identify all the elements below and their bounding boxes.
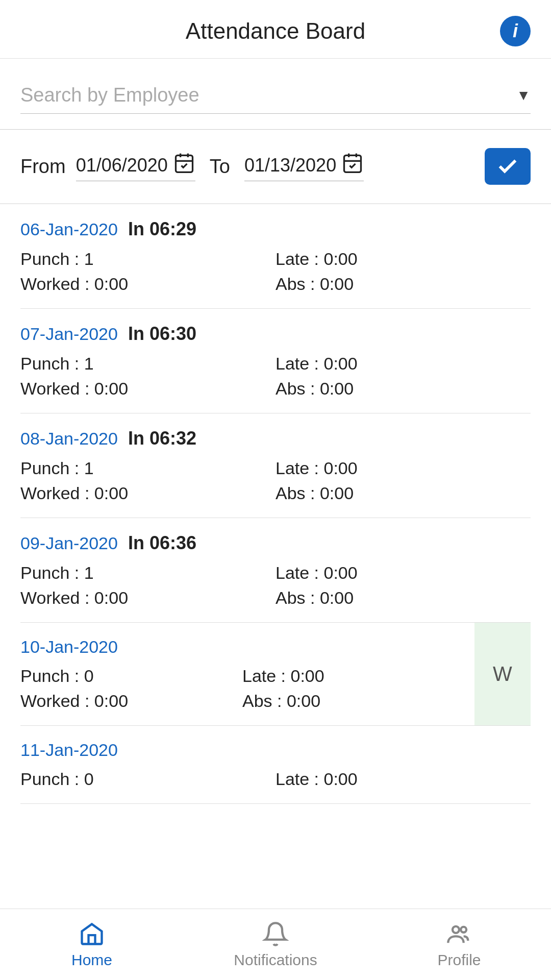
svg-point-9 <box>461 926 466 932</box>
late-value: Late : 0:00 <box>242 666 464 686</box>
record-item: 09-Jan-2020 In 06:36 Punch : 1 Late : 0:… <box>20 518 531 623</box>
profile-icon <box>446 921 472 947</box>
record-item: 06-Jan-2020 In 06:29 Punch : 1 Late : 0:… <box>20 204 531 309</box>
home-icon <box>79 921 105 947</box>
record-time-in: In 06:29 <box>128 218 196 240</box>
profile-nav-label: Profile <box>437 951 481 969</box>
notifications-nav-label: Notifications <box>234 951 317 969</box>
nav-profile[interactable]: Profile <box>367 909 551 980</box>
info-icon: i <box>513 22 518 40</box>
weekend-badge: W <box>474 623 531 725</box>
svg-point-8 <box>453 926 459 933</box>
to-calendar-icon[interactable] <box>341 152 364 179</box>
late-value: Late : 0:00 <box>276 563 531 583</box>
record-time-in: In 06:32 <box>128 428 196 449</box>
record-date: 11-Jan-2020 <box>20 740 118 760</box>
abs-value: Abs : 0:00 <box>276 379 531 399</box>
punch-count: Punch : 0 <box>20 666 242 686</box>
from-date-value: 01/06/2020 <box>76 155 168 176</box>
from-date-input[interactable]: 01/06/2020 <box>76 152 195 181</box>
record-item: 07-Jan-2020 In 06:30 Punch : 1 Late : 0:… <box>20 309 531 413</box>
record-item: 08-Jan-2020 In 06:32 Punch : 1 Late : 0:… <box>20 413 531 518</box>
late-value: Late : 0:00 <box>276 458 531 478</box>
to-date-input[interactable]: 01/13/2020 <box>244 152 364 181</box>
attendance-records-list: 06-Jan-2020 In 06:29 Punch : 1 Late : 0:… <box>0 204 551 804</box>
apply-date-button[interactable] <box>485 148 531 185</box>
record-item: 10-Jan-2020 Punch : 0 Late : 0:00 Worked… <box>20 623 531 726</box>
home-nav-label: Home <box>71 951 112 969</box>
header: Attendance Board i <box>0 0 551 59</box>
abs-value: Abs : 0:00 <box>242 691 464 711</box>
record-date: 08-Jan-2020 <box>20 429 118 449</box>
employee-search-dropdown[interactable]: Search by Employee ▼ <box>20 84 531 114</box>
to-date-value: 01/13/2020 <box>244 155 336 176</box>
to-label: To <box>210 156 230 178</box>
from-label: From <box>20 156 66 178</box>
worked-value: Worked : 0:00 <box>20 274 276 294</box>
record-time-in: In 06:30 <box>128 323 196 345</box>
page-title: Attendance Board <box>186 18 365 44</box>
record-date: 07-Jan-2020 <box>20 324 118 344</box>
punch-count: Punch : 0 <box>20 769 276 789</box>
late-value: Late : 0:00 <box>276 769 531 789</box>
nav-home[interactable]: Home <box>0 909 184 980</box>
punch-count: Punch : 1 <box>20 458 276 478</box>
badge-label: W <box>493 663 512 685</box>
date-range-section: From 01/06/2020 To 01/13/2020 <box>0 130 551 204</box>
search-placeholder: Search by Employee <box>20 84 199 106</box>
late-value: Late : 0:00 <box>276 354 531 374</box>
svg-rect-4 <box>344 155 361 172</box>
abs-value: Abs : 0:00 <box>276 588 531 608</box>
punch-count: Punch : 1 <box>20 354 276 374</box>
late-value: Late : 0:00 <box>276 249 531 269</box>
record-date: 10-Jan-2020 <box>20 637 118 657</box>
record-time-in: In 06:36 <box>128 532 196 554</box>
bell-icon <box>262 921 289 947</box>
punch-count: Punch : 1 <box>20 563 276 583</box>
worked-value: Worked : 0:00 <box>20 483 276 503</box>
record-item: 11-Jan-2020 Punch : 0 Late : 0:00 <box>20 726 531 804</box>
worked-value: Worked : 0:00 <box>20 691 242 711</box>
nav-notifications[interactable]: Notifications <box>184 909 367 980</box>
svg-rect-0 <box>176 155 192 172</box>
chevron-down-icon: ▼ <box>516 87 531 104</box>
worked-value: Worked : 0:00 <box>20 588 276 608</box>
abs-value: Abs : 0:00 <box>276 274 531 294</box>
record-date: 06-Jan-2020 <box>20 219 118 239</box>
search-section: Search by Employee ▼ <box>0 59 551 130</box>
bottom-navigation: Home Notifications Profile <box>0 909 551 980</box>
worked-value: Worked : 0:00 <box>20 379 276 399</box>
info-button[interactable]: i <box>500 16 531 46</box>
from-calendar-icon[interactable] <box>173 152 195 179</box>
record-date: 09-Jan-2020 <box>20 533 118 553</box>
abs-value: Abs : 0:00 <box>276 483 531 503</box>
punch-count: Punch : 1 <box>20 249 276 269</box>
